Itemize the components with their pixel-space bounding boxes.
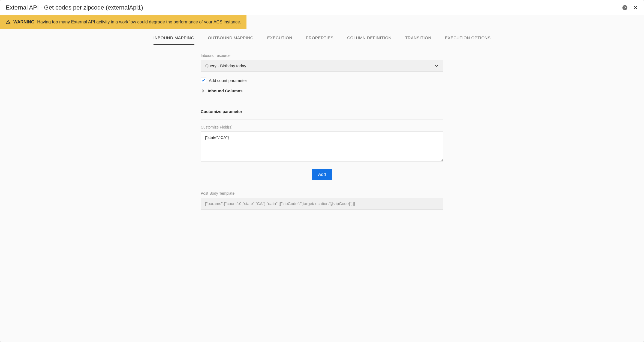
- inbound-columns-toggle[interactable]: Inbound Columns: [201, 88, 443, 98]
- warning-text: Having too many External API activity in…: [37, 20, 241, 25]
- warning-label: WARNING: [13, 20, 34, 25]
- inbound-resource-value: Query - Birthday today: [205, 63, 246, 68]
- dialog-header: External API - Get codes per zipcode (ex…: [0, 0, 644, 15]
- add-count-checkbox[interactable]: [201, 78, 206, 83]
- inbound-resource-select[interactable]: Query - Birthday today: [201, 60, 443, 72]
- tabs: INBOUND MAPPING OUTBOUND MAPPING EXECUTI…: [0, 29, 644, 45]
- tab-properties[interactable]: PROPERTIES: [306, 35, 333, 45]
- dialog-title: External API - Get codes per zipcode (ex…: [6, 4, 143, 11]
- inbound-resource-label: Inbound resource: [201, 53, 443, 58]
- customize-fields-input[interactable]: [201, 132, 443, 161]
- post-body-template: {"params":{"count":0,"state":"CA"},"data…: [201, 198, 443, 210]
- post-body-label: Post Body Template: [201, 191, 443, 196]
- tab-transition[interactable]: TRANSITION: [405, 35, 431, 45]
- tab-column-definition[interactable]: COLUMN DEFINITION: [347, 35, 392, 45]
- svg-text:?: ?: [624, 6, 626, 10]
- add-button-wrap: Add: [201, 169, 443, 180]
- content: Inbound resource Query - Birthday today …: [201, 45, 443, 221]
- tab-outbound-mapping[interactable]: OUTBOUND MAPPING: [208, 35, 254, 45]
- tab-execution[interactable]: EXECUTION: [267, 35, 292, 45]
- tab-inbound-mapping[interactable]: INBOUND MAPPING: [154, 35, 194, 45]
- customize-heading: Customize parameter: [201, 109, 443, 120]
- add-count-row: Add count parameter: [201, 78, 443, 83]
- add-count-label: Add count parameter: [209, 78, 247, 83]
- customize-fields-label: Customize Field(s): [201, 125, 443, 129]
- dialog-header-actions: ?: [622, 5, 638, 11]
- inbound-columns-label: Inbound Columns: [208, 88, 242, 93]
- close-icon[interactable]: [633, 5, 638, 10]
- help-icon[interactable]: ?: [622, 5, 628, 11]
- check-icon: [201, 78, 206, 83]
- chevron-right-icon: [201, 89, 205, 93]
- warning-banner: WARNING Having too many External API act…: [0, 15, 246, 29]
- warning-icon: [6, 20, 11, 25]
- add-button[interactable]: Add: [312, 169, 332, 180]
- chevron-down-icon: [434, 64, 439, 68]
- dialog: External API - Get codes per zipcode (ex…: [0, 0, 644, 342]
- svg-point-5: [8, 23, 8, 23]
- tab-execution-options[interactable]: EXECUTION OPTIONS: [445, 35, 491, 45]
